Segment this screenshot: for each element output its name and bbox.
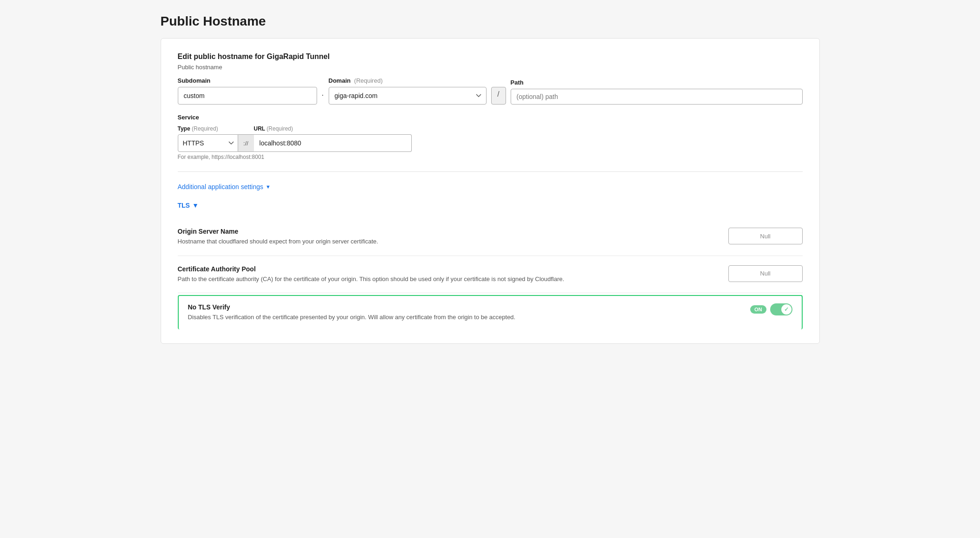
path-group: Path <box>511 79 803 105</box>
dot-separator: . <box>322 84 324 105</box>
origin-server-name-row: Origin Server Name Hostname that cloudfl… <box>178 218 803 256</box>
origin-server-name-input[interactable] <box>728 228 803 244</box>
path-input[interactable] <box>511 89 803 105</box>
toggle-knob <box>781 304 792 315</box>
subdomain-group: Subdomain <box>178 77 317 105</box>
type-label: Type (Required) <box>178 125 238 132</box>
url-label: URL (Required) <box>254 125 412 132</box>
cert-authority-pool-input[interactable] <box>728 265 803 282</box>
origin-server-name-title: Origin Server Name <box>178 228 710 235</box>
tls-toggle[interactable]: TLS ▼ <box>178 202 199 209</box>
no-tls-verify-row: No TLS Verify Disables TLS verification … <box>178 295 803 329</box>
divider-1 <box>178 171 803 172</box>
subdomain-input[interactable] <box>178 87 317 105</box>
domain-label: Domain (Required) <box>329 77 487 84</box>
service-label: Service <box>178 114 803 121</box>
url-group: URL (Required) <box>254 125 412 152</box>
no-tls-verify-toggle[interactable] <box>770 303 792 315</box>
card-title: Edit public hostname for GigaRapid Tunne… <box>178 52 803 61</box>
domain-select[interactable]: giga-rapid.com <box>329 87 487 105</box>
no-tls-verify-toggle-container: ON <box>750 303 792 315</box>
no-tls-verify-info: No TLS Verify Disables TLS verification … <box>188 303 751 322</box>
cert-authority-pool-info: Certificate Authority Pool Path to the c… <box>178 265 728 284</box>
public-hostname-label: Public hostname <box>178 64 803 71</box>
url-input[interactable] <box>254 134 412 152</box>
page-title: Public Hostname <box>161 14 820 29</box>
slash-separator: / <box>491 87 506 105</box>
on-badge: ON <box>750 305 766 314</box>
no-tls-verify-desc: Disables TLS verification of the certifi… <box>188 313 732 322</box>
cert-authority-pool-desc: Path to the certificate authority (CA) f… <box>178 275 710 284</box>
additional-settings-toggle[interactable]: Additional application settings ▼ <box>178 183 271 190</box>
subdomain-label: Subdomain <box>178 77 317 84</box>
tls-label: TLS <box>178 202 190 209</box>
example-text: For example, https://localhost:8001 <box>178 154 803 160</box>
type-group: Type (Required) HTTP HTTPS SSH RDP SMB T… <box>178 125 238 152</box>
domain-group: Domain (Required) giga-rapid.com <box>329 77 487 105</box>
cert-authority-pool-row: Certificate Authority Pool Path to the c… <box>178 256 803 294</box>
hostname-row: Subdomain . Domain (Required) giga-rapid… <box>178 77 803 105</box>
cert-authority-pool-title: Certificate Authority Pool <box>178 265 710 273</box>
origin-server-name-info: Origin Server Name Hostname that cloudfl… <box>178 228 728 246</box>
no-tls-verify-title: No TLS Verify <box>188 303 732 311</box>
additional-settings-label: Additional application settings <box>178 183 263 190</box>
type-select[interactable]: HTTP HTTPS SSH RDP SMB TCP UDP Unix <box>178 134 238 152</box>
protocol-badge: :// <box>238 134 254 152</box>
origin-server-name-desc: Hostname that cloudflared should expect … <box>178 237 710 246</box>
tls-arrow: ▼ <box>192 202 199 209</box>
additional-settings-arrow: ▼ <box>266 184 271 190</box>
path-label: Path <box>511 79 803 86</box>
tls-section: TLS ▼ Origin Server Name Hostname that c… <box>178 202 803 329</box>
service-section: Service Type (Required) HTTP HTTPS SSH R… <box>178 114 803 160</box>
main-card: Edit public hostname for GigaRapid Tunne… <box>161 38 820 344</box>
